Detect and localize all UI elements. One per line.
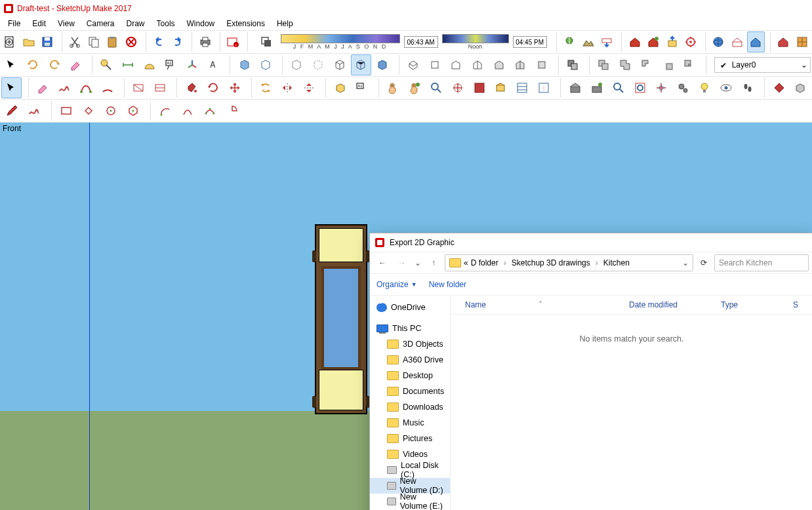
tree-item[interactable]: Desktop bbox=[370, 368, 450, 383]
terrain-icon[interactable] bbox=[580, 31, 598, 52]
organize-button[interactable]: Organize▼ bbox=[376, 280, 417, 289]
polygon-tool-icon[interactable] bbox=[123, 100, 144, 121]
date-slider[interactable] bbox=[281, 34, 400, 43]
rotate-red-icon[interactable] bbox=[203, 77, 223, 98]
tree-item[interactable]: OneDrive bbox=[370, 300, 450, 315]
col-name[interactable]: Name bbox=[465, 300, 486, 309]
menu-view[interactable]: View bbox=[52, 18, 80, 29]
right-view-icon[interactable] bbox=[468, 54, 488, 75]
menu-help[interactable]: Help bbox=[272, 18, 298, 29]
protractor-icon[interactable] bbox=[139, 54, 159, 75]
library-1-icon[interactable] bbox=[565, 77, 585, 98]
arc-tool-icon[interactable] bbox=[155, 100, 176, 121]
menu-tools[interactable]: Tools bbox=[152, 18, 180, 29]
move-red-icon[interactable] bbox=[224, 77, 245, 98]
tape-measure-icon[interactable] bbox=[96, 54, 117, 75]
house-1-icon[interactable] bbox=[728, 31, 746, 52]
col-type[interactable]: Type bbox=[714, 300, 786, 309]
hidden-line-icon[interactable] bbox=[351, 54, 371, 75]
library-2-icon[interactable] bbox=[586, 77, 607, 98]
select-icon[interactable] bbox=[1, 54, 22, 75]
dimension-icon[interactable] bbox=[118, 54, 138, 75]
pie-tool-icon[interactable] bbox=[222, 100, 243, 121]
tree-item[interactable]: 3D Objects bbox=[370, 336, 450, 352]
rotate-ccw-icon[interactable] bbox=[23, 54, 43, 75]
tree-item[interactable]: Videos bbox=[370, 446, 450, 462]
xray-icon[interactable] bbox=[287, 54, 307, 75]
zoom-extents-icon[interactable] bbox=[447, 77, 468, 98]
select-tool-icon[interactable] bbox=[1, 77, 22, 98]
geo-location-icon[interactable] bbox=[561, 31, 579, 52]
undo-icon[interactable] bbox=[150, 31, 168, 52]
menu-camera[interactable]: Camera bbox=[81, 18, 120, 29]
freehand2-icon[interactable] bbox=[24, 100, 45, 121]
position-component-icon[interactable] bbox=[491, 77, 511, 98]
menu-edit[interactable]: Edit bbox=[27, 18, 51, 29]
zoom-window2-icon[interactable] bbox=[630, 77, 650, 98]
print-icon[interactable] bbox=[196, 31, 214, 52]
new-folder-button[interactable]: New folder bbox=[429, 280, 466, 289]
tree-item[interactable]: Documents bbox=[370, 383, 450, 399]
rotate-cw-icon[interactable] bbox=[44, 54, 64, 75]
axes-icon[interactable] bbox=[182, 54, 203, 75]
menu-file[interactable]: File bbox=[3, 18, 26, 29]
photo-textures-icon[interactable] bbox=[598, 31, 616, 52]
breadcrumb[interactable]: « D folder› Sketchup 3D drawings› Kitche… bbox=[445, 254, 693, 271]
wireframe-icon[interactable] bbox=[329, 54, 350, 75]
col-size[interactable]: S bbox=[786, 300, 812, 309]
face-style-1-icon[interactable] bbox=[234, 54, 254, 75]
rotated-rect-icon[interactable] bbox=[78, 100, 99, 121]
new-file-icon[interactable] bbox=[1, 31, 19, 52]
split-icon[interactable] bbox=[679, 54, 699, 75]
tree-item[interactable]: Music bbox=[370, 415, 450, 431]
tree-item[interactable]: This PC bbox=[370, 321, 450, 336]
circle-tool-icon[interactable] bbox=[100, 100, 121, 121]
col-date[interactable]: Date modified bbox=[622, 300, 714, 309]
time-start[interactable]: 06:43 AM bbox=[404, 36, 438, 48]
extension-warehouse-icon[interactable] bbox=[682, 31, 700, 52]
text-tool-icon[interactable]: A1 bbox=[161, 54, 181, 75]
zoom-extents2-icon[interactable] bbox=[651, 77, 672, 98]
warehouse-share-icon[interactable] bbox=[645, 31, 662, 52]
component-upload-icon[interactable] bbox=[663, 31, 681, 52]
left-view-icon[interactable] bbox=[510, 54, 531, 75]
list-header[interactable]: Name˄ Date modified Type S bbox=[451, 296, 812, 315]
menu-draw[interactable]: Draw bbox=[121, 18, 150, 29]
open-file-icon[interactable] bbox=[20, 31, 38, 52]
arc-red-icon[interactable] bbox=[97, 77, 117, 98]
chevron-down-icon[interactable]: ⌄ bbox=[682, 258, 689, 267]
text-a1-icon[interactable]: A1 bbox=[352, 77, 372, 98]
trim-icon[interactable] bbox=[658, 54, 678, 75]
breadcrumb-part-2[interactable]: Sketchup 3D drawings bbox=[512, 258, 590, 267]
shaded-icon[interactable] bbox=[373, 54, 393, 75]
grey-box-icon[interactable] bbox=[790, 77, 811, 98]
back-button[interactable]: ← bbox=[374, 254, 391, 271]
component-attributes-icon[interactable]: ⋮ bbox=[534, 77, 554, 98]
forward-button[interactable]: → bbox=[394, 254, 411, 271]
mirror-h-icon[interactable] bbox=[277, 77, 298, 98]
eraser-icon[interactable] bbox=[66, 54, 86, 75]
face-style-2-icon[interactable] bbox=[256, 54, 276, 75]
shadow-toggle-icon[interactable] bbox=[256, 31, 277, 52]
menu-window[interactable]: Window bbox=[182, 18, 220, 29]
rectangle-tool-icon[interactable] bbox=[56, 100, 77, 121]
footprints-icon[interactable] bbox=[738, 77, 758, 98]
folder-tree[interactable]: OneDriveThis PC3D ObjectsA360 DriveDeskt… bbox=[370, 296, 451, 510]
warehouse-get-icon[interactable] bbox=[626, 31, 643, 52]
delete-icon[interactable] bbox=[123, 31, 140, 52]
house-2-icon[interactable] bbox=[747, 31, 765, 52]
save-icon[interactable] bbox=[39, 31, 56, 52]
intersect-icon[interactable] bbox=[594, 54, 614, 75]
tree-item[interactable]: New Volume (D:) bbox=[370, 478, 450, 494]
project-texture-icon[interactable] bbox=[794, 31, 811, 52]
solid-outer-shell-icon[interactable] bbox=[563, 54, 583, 75]
iso-view-icon[interactable] bbox=[403, 54, 424, 75]
pencil-icon[interactable] bbox=[1, 100, 22, 121]
back-view-icon[interactable] bbox=[489, 54, 509, 75]
breadcrumb-part-3[interactable]: Kitchen bbox=[603, 258, 630, 267]
bottom-view-icon[interactable] bbox=[532, 54, 552, 75]
cycle-arrows-icon[interactable] bbox=[256, 77, 276, 98]
subtract-icon[interactable] bbox=[636, 54, 657, 75]
eraser2-icon[interactable] bbox=[33, 77, 53, 98]
rectangle-diag-icon[interactable] bbox=[129, 77, 149, 98]
